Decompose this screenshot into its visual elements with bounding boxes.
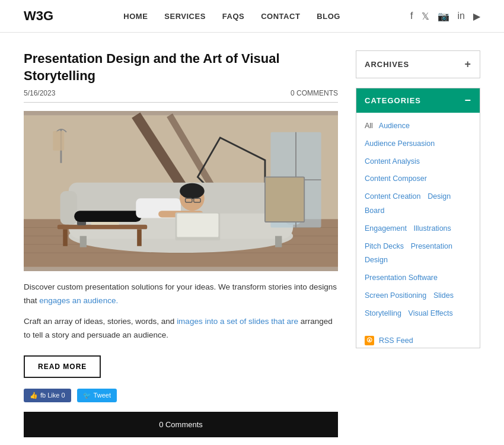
- cat-row-audience-persuasion: Audience Persuasion: [365, 136, 471, 151]
- tw-label: Tweet: [94, 392, 111, 399]
- cat-visual-effects[interactable]: Visual Effects: [409, 309, 453, 317]
- fb-icon: 👍: [30, 392, 38, 399]
- article-image: [24, 111, 338, 271]
- cat-all[interactable]: All: [365, 122, 373, 130]
- comments-bar: 0 Comments: [24, 412, 338, 437]
- youtube-icon[interactable]: ▶: [473, 11, 480, 22]
- header: W3G HOME SERVICES FAQS CONTACT BLOG f 𝕏 …: [0, 0, 504, 33]
- cat-row-content-analysis: Content Analysis: [365, 154, 471, 169]
- instagram-icon[interactable]: 📷: [438, 11, 449, 22]
- linkedin-icon[interactable]: in: [458, 11, 465, 21]
- svg-rect-16: [58, 225, 147, 230]
- categories-list: All Audience Audience Persuasion Content…: [356, 113, 480, 330]
- archives-expand-button[interactable]: +: [464, 58, 471, 71]
- twitter-bird-icon: 🐦: [83, 392, 91, 399]
- cat-presentation-software[interactable]: Presentation Software: [365, 274, 438, 282]
- cat-row-all: All Audience: [365, 119, 471, 133]
- cat-content-analysis[interactable]: Content Analysis: [365, 157, 420, 166]
- cat-pitch-decks[interactable]: Pitch Decks: [365, 242, 404, 250]
- archives-box: ARCHIVES +: [356, 50, 480, 78]
- cat-engagement[interactable]: Engagement: [365, 224, 407, 233]
- nav-blog[interactable]: BLOG: [317, 12, 340, 21]
- nav-faqs[interactable]: FAQS: [222, 12, 244, 21]
- fb-label: fb Like 0: [40, 392, 65, 399]
- svg-rect-25: [74, 211, 142, 222]
- read-more-button[interactable]: READ MORE: [24, 355, 101, 378]
- desc-link-1[interactable]: engages an audience.: [39, 296, 118, 305]
- main-content: Presentation Design and the Art of Visua…: [24, 50, 338, 437]
- svg-rect-18: [137, 230, 142, 246]
- svg-rect-14: [80, 236, 87, 247]
- svg-point-28: [180, 183, 205, 199]
- categories-label: CATEGORIES: [365, 96, 421, 105]
- social-icons: f 𝕏 📷 in ▶: [410, 11, 480, 22]
- comments-count: 0 COMMENTS: [291, 89, 338, 97]
- archives-label: ARCHIVES: [365, 60, 409, 69]
- cat-row-presentation-software: Presentation Software: [365, 271, 471, 285]
- archives-header: ARCHIVES +: [356, 51, 480, 78]
- rss-feed-link[interactable]: RSS Feed: [379, 336, 413, 345]
- article-title: Presentation Design and the Art of Visua…: [24, 50, 338, 84]
- cat-audience[interactable]: Audience: [379, 122, 410, 130]
- svg-rect-12: [60, 191, 77, 225]
- categories-header: CATEGORIES −: [356, 88, 480, 113]
- svg-rect-33: [177, 214, 218, 237]
- twitter-icon[interactable]: 𝕏: [422, 11, 429, 22]
- article-meta: 5/16/2023 0 COMMENTS: [24, 89, 338, 103]
- main-nav: HOME SERVICES FAQS CONTACT BLOG: [123, 12, 340, 21]
- cat-storytelling[interactable]: Storytelling: [365, 309, 401, 317]
- page-container: Presentation Design and the Art of Visua…: [0, 33, 504, 445]
- cat-row-engagement: Engagement Illustrations: [365, 221, 471, 236]
- desc-link-2[interactable]: images into a set of slides that are: [177, 317, 298, 326]
- rss-row: ⦿ RSS Feed: [356, 330, 480, 348]
- article-date: 5/16/2023: [24, 89, 55, 97]
- logo: W3G: [24, 8, 53, 24]
- cat-screen-positioning[interactable]: Screen Positioning: [365, 291, 426, 300]
- cat-row-storytelling: Storytelling Visual Effects: [365, 306, 471, 320]
- article-desc-2: Craft an array of ideas, stories, words,…: [24, 315, 338, 342]
- social-share-buttons: 👍 fb Like 0 🐦 Tweet: [24, 389, 338, 402]
- cat-slides[interactable]: Slides: [433, 291, 454, 300]
- svg-rect-17: [63, 230, 68, 246]
- facebook-icon[interactable]: f: [410, 11, 413, 21]
- categories-collapse-button[interactable]: −: [464, 94, 471, 107]
- twitter-tweet-button[interactable]: 🐦 Tweet: [77, 389, 117, 402]
- svg-rect-36: [53, 131, 64, 151]
- sidebar: ARCHIVES + CATEGORIES − All Audience Aud…: [356, 50, 480, 437]
- nav-home[interactable]: HOME: [123, 12, 148, 21]
- cat-content-composer[interactable]: Content Composer: [365, 174, 427, 183]
- comments-bar-text: 0 Comments: [159, 420, 203, 429]
- svg-rect-34: [265, 177, 304, 223]
- nav-services[interactable]: SERVICES: [164, 12, 206, 21]
- cat-illustrations[interactable]: Illustrations: [414, 224, 451, 233]
- cat-audience-persuasion[interactable]: Audience Persuasion: [365, 139, 435, 148]
- svg-rect-15: [275, 236, 282, 247]
- cat-row-content-creation: Content Creation Design Board: [365, 189, 471, 218]
- cat-row-content-composer: Content Composer: [365, 171, 471, 186]
- categories-box: CATEGORIES − All Audience Audience Persu…: [356, 88, 480, 348]
- article-desc-1: Discover custom presentation solutions f…: [24, 281, 338, 308]
- cat-row-screen-positioning: Screen Positioning Slides: [365, 288, 471, 303]
- facebook-like-button[interactable]: 👍 fb Like 0: [24, 389, 71, 402]
- nav-contact[interactable]: CONTACT: [261, 12, 300, 21]
- cat-content-creation[interactable]: Content Creation: [365, 192, 421, 201]
- cat-row-pitch-decks: Pitch Decks Presentation Design: [365, 239, 471, 268]
- rss-icon: ⦿: [365, 336, 374, 345]
